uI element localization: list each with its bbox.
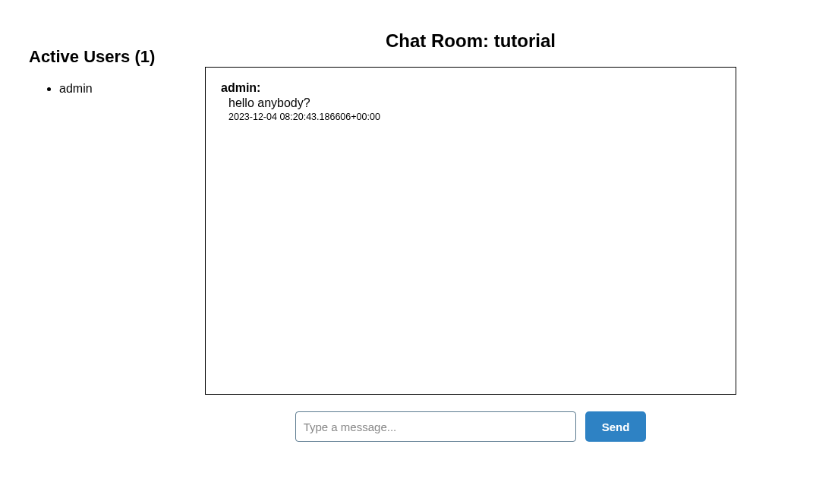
message-composer: Send (205, 411, 736, 442)
active-users-title: Active Users (1) (29, 47, 197, 67)
chat-messages-window[interactable]: admin: hello anybody? 2023-12-04 08:20:4… (205, 67, 736, 395)
active-users-sidebar: Active Users (1) admin (0, 30, 197, 442)
message-input[interactable] (295, 411, 576, 442)
chat-main: Chat Room: tutorial admin: hello anybody… (197, 30, 835, 442)
active-user-name: admin (59, 82, 93, 95)
chat-room-title: Chat Room: tutorial (386, 30, 556, 52)
message-timestamp: 2023-12-04 08:20:43.186606+00:00 (221, 112, 720, 122)
active-user-item: admin (59, 80, 197, 97)
send-button[interactable]: Send (585, 411, 647, 442)
chat-message: admin: hello anybody? 2023-12-04 08:20:4… (221, 81, 720, 122)
message-text: hello anybody? (221, 96, 720, 110)
message-author: admin: (221, 81, 720, 95)
active-users-list: admin (29, 80, 197, 97)
